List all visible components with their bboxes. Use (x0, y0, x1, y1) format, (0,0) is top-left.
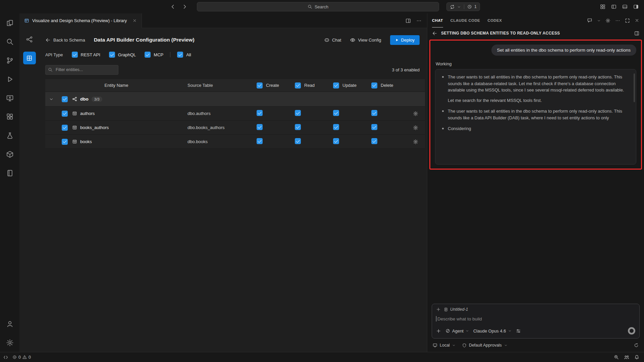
delete-all-checkbox[interactable] (371, 82, 377, 88)
back-arrow-icon[interactable] (169, 3, 176, 10)
authors-update-checkbox[interactable] (333, 110, 339, 116)
extensions-icon[interactable] (0, 107, 19, 126)
source-table-header: Source Table (187, 83, 257, 88)
rest-api-checkbox[interactable] (72, 52, 78, 58)
toggle-sidebar-icon[interactable] (611, 4, 616, 9)
designer-rail (19, 28, 39, 352)
explorer-icon[interactable] (0, 13, 19, 32)
update-all-checkbox[interactable] (333, 82, 339, 88)
books-row-checkbox[interactable] (62, 139, 68, 145)
zoom-in-icon[interactable] (614, 355, 619, 360)
row-settings-gear-icon[interactable] (413, 111, 418, 116)
session-back-icon[interactable] (432, 31, 437, 36)
add-context-icon[interactable] (436, 307, 441, 312)
row-settings-gear-icon[interactable] (413, 125, 418, 130)
schema-designer-icon[interactable] (19, 31, 39, 48)
attach-plus-icon[interactable] (436, 328, 441, 334)
new-chat-icon[interactable] (587, 18, 592, 23)
problems-indicator[interactable]: 0 0 (12, 355, 31, 360)
table-row[interactable]: books_authors dbo.books_authors (45, 121, 425, 135)
open-in-editor-icon[interactable] (634, 31, 639, 36)
settings-gear-icon[interactable] (0, 333, 19, 352)
notifications-bell-icon[interactable] (634, 355, 639, 360)
all-checkbox[interactable] (177, 52, 183, 58)
approvals-picker[interactable]: Default Approvals (462, 343, 507, 348)
books-authors-update-checkbox[interactable] (333, 124, 339, 130)
run-debug-icon[interactable] (0, 70, 19, 88)
books-delete-checkbox[interactable] (371, 138, 377, 144)
timer-icon[interactable] (467, 4, 472, 9)
mcp-label: MCP (154, 52, 163, 57)
mcp-checkbox[interactable] (145, 52, 151, 58)
books-create-checkbox[interactable] (257, 138, 263, 144)
table-row[interactable]: books dbo.books (45, 135, 425, 149)
refresh-sync-icon[interactable] (634, 343, 639, 348)
agent-mode-picker[interactable]: Agent (445, 328, 469, 334)
model-picker[interactable]: Claude Opus 4.6 (473, 328, 512, 334)
collapse-chevron-icon[interactable] (45, 97, 57, 102)
toggle-secondary-sidebar-icon[interactable] (633, 4, 639, 9)
books-authors-read-checkbox[interactable] (295, 124, 301, 130)
maximize-panel-icon[interactable] (625, 18, 630, 23)
books-read-checkbox[interactable] (295, 138, 301, 144)
forward-arrow-icon[interactable] (181, 3, 188, 10)
close-panel-icon[interactable] (635, 18, 639, 23)
editor-tab[interactable]: Visualize and Design Schema (Preview) - … (19, 13, 142, 28)
books-update-checkbox[interactable] (333, 138, 339, 144)
context-file-chip[interactable]: Untitled-1 (444, 307, 468, 312)
tab-chat[interactable]: CHAT (432, 13, 443, 27)
back-to-schema-button[interactable]: Back to Schema (45, 38, 85, 43)
create-all-checkbox[interactable] (257, 82, 263, 88)
scrollbar-thumb[interactable] (634, 73, 635, 102)
search-command-center[interactable]: Search (197, 2, 439, 11)
remote-monitor-icon[interactable] (0, 88, 19, 107)
schema-group-row[interactable]: dbo 3/3 (45, 92, 425, 107)
filter-entities-input[interactable] (45, 65, 118, 75)
deploy-button[interactable]: Deploy (390, 35, 420, 45)
notebook-icon[interactable] (0, 164, 19, 182)
chat-input-box[interactable]: Untitled-1 Describe what to build Agent (432, 304, 640, 339)
books-authors-delete-checkbox[interactable] (371, 124, 377, 130)
database-package-icon[interactable] (0, 145, 19, 164)
authors-create-checkbox[interactable] (257, 110, 263, 116)
authors-read-checkbox[interactable] (295, 110, 301, 116)
more-actions-icon[interactable] (416, 18, 422, 23)
chat-sessions-icon[interactable] (450, 4, 455, 9)
chat-input-field[interactable]: Describe what to build (436, 316, 635, 321)
remote-indicator-icon[interactable] (3, 355, 8, 360)
testing-beaker-icon[interactable] (0, 126, 19, 145)
text-caret (436, 316, 436, 321)
table-row[interactable]: authors dbo.authors (45, 107, 425, 121)
send-button[interactable] (628, 327, 635, 335)
tab-codex[interactable]: CODEX (487, 13, 502, 27)
search-sidebar-icon[interactable] (0, 32, 19, 51)
graphql-checkbox[interactable] (109, 52, 115, 58)
api-builder-rail-item[interactable] (19, 50, 39, 66)
chat-panel-actions (587, 18, 639, 23)
split-editor-icon[interactable] (406, 18, 411, 23)
tab-close-icon[interactable] (132, 18, 137, 23)
read-all-checkbox[interactable] (295, 82, 301, 88)
tab-claude-code[interactable]: CLAUDE CODE (450, 13, 480, 27)
chat-sessions-cluster[interactable]: 1 (446, 2, 480, 11)
tools-sliders-icon[interactable] (516, 328, 521, 334)
chat-more-icon[interactable] (615, 18, 620, 23)
accounts-icon[interactable] (624, 355, 629, 360)
chat-settings-gear-icon[interactable] (605, 18, 610, 23)
account-icon[interactable] (0, 314, 19, 333)
source-control-icon[interactable] (0, 51, 19, 70)
environment-picker[interactable]: Local (433, 343, 455, 348)
schema-tab-icon (24, 18, 29, 23)
books-authors-create-checkbox[interactable] (257, 124, 263, 130)
view-config-button[interactable]: View Config (350, 37, 381, 43)
row-settings-gear-icon[interactable] (413, 139, 418, 144)
chat-button[interactable]: Chat (324, 37, 341, 43)
activity-bar (0, 13, 19, 352)
authors-row-checkbox[interactable] (62, 111, 68, 117)
dbo-group-checkbox[interactable] (62, 96, 68, 102)
toggle-panel-icon[interactable] (622, 4, 628, 9)
chevron-down-icon[interactable] (597, 19, 601, 22)
customize-layout-icon[interactable] (600, 4, 605, 9)
books-authors-row-checkbox[interactable] (62, 125, 68, 131)
authors-delete-checkbox[interactable] (371, 110, 377, 116)
